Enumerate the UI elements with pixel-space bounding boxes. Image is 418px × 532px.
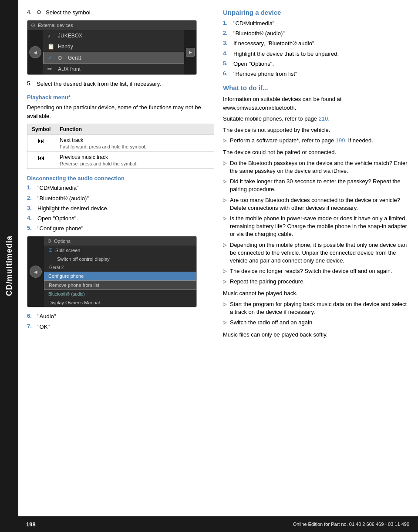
bullet1-prefix: Perform a software update*, refer to pag… xyxy=(230,137,336,144)
b2-arrow1: ▷ xyxy=(223,160,227,166)
screen-item-aux: ✏ AUX front xyxy=(43,64,184,74)
playback-table: Symbol Function ⏭ Next track Fast forwar… xyxy=(27,124,214,169)
aux-icon: ✏ xyxy=(47,66,54,72)
b2-arrow3: ▷ xyxy=(223,197,227,203)
table-col2: Function xyxy=(55,124,214,135)
bullets2-section: ▷ Do the Bluetooth passkeys on the devic… xyxy=(223,159,409,286)
prev-symbol: ⏮ xyxy=(27,152,55,169)
whatif-line2-link[interactable]: 210 xyxy=(319,115,328,122)
bullet3-item2: ▷ Switch the radio off and on again. xyxy=(223,319,409,327)
whatif-line4: The device could not be paired or connec… xyxy=(223,148,409,157)
unpair-step4: 4. Highlight the device that is to be un… xyxy=(223,50,409,58)
switch-off-label: Switch off control display xyxy=(57,256,110,262)
d-step5-num: 5. xyxy=(27,225,35,231)
music-line2: Music files can only be played back soft… xyxy=(223,330,409,339)
d-step2-num: 2. xyxy=(27,195,35,201)
d-step1-text: "CD/Multimedia" xyxy=(37,184,78,192)
step4-block: 4. ⊙ Select the symbol. xyxy=(27,9,214,17)
playback-desc: Depending on the particular device, some… xyxy=(27,103,214,120)
footer: 198 Online Edition for Part no. 01 40 2 … xyxy=(0,516,418,532)
next-function: Next track Fast forward: press and hold … xyxy=(55,135,214,152)
unpair-step1: 1. "CD/Multimedia" xyxy=(223,20,409,27)
bullet1-arrow1: ▷ xyxy=(223,138,227,143)
step5-block: 5. Select the desired track from the lis… xyxy=(27,80,214,88)
whatif-line2-suffix: . xyxy=(328,115,330,122)
b2-text5: Depending on the mobile phone, it is pos… xyxy=(230,241,409,265)
next-symbol: ⏭ xyxy=(27,135,55,152)
b3-text1: Start the program for playing back music… xyxy=(230,300,409,316)
disconnect-step1: 1. "CD/Multimedia" xyxy=(27,184,214,192)
screen-item-gerat[interactable]: ✓ ⊙ Gerät xyxy=(43,52,184,64)
split-screen-label: Split screen xyxy=(55,248,80,253)
options-header: ⊙ Options xyxy=(44,236,196,246)
table-row-next: ⏭ Next track Fast forward: press and hol… xyxy=(27,135,214,152)
gerat-check: ✓ xyxy=(48,55,54,61)
prev-function: Previous music track Reverse: press and … xyxy=(55,152,214,169)
options-right: ⊙ Options ☑ Split screen Switch off cont… xyxy=(44,236,196,307)
gerat-icon: ⊙ xyxy=(57,54,64,61)
bt-audio-label: Bluetooth® (audio) xyxy=(48,292,85,296)
screen1-nav-btn[interactable]: ◀ xyxy=(29,46,41,58)
options-configure-phone[interactable]: Configure phone xyxy=(44,272,196,280)
unpair-heading: Unpairing a device xyxy=(223,9,409,16)
u-step2-num: 2. xyxy=(223,30,231,36)
d-step3-num: 3. xyxy=(27,205,35,211)
disconnect-step2: 2. "Bluetooth® (audio)" xyxy=(27,195,214,202)
u-step5-num: 5. xyxy=(223,60,231,67)
screen1-header-text: External devices xyxy=(38,23,73,28)
step4-num: 4. xyxy=(27,9,34,15)
prev-sub: Reverse: press and hold the symbol. xyxy=(60,161,209,166)
screen-item-handy: 📋 Handy xyxy=(43,41,184,52)
options-split-screen[interactable]: ☑ Split screen xyxy=(44,246,196,255)
disconnect-step4: 4. Open "Options". xyxy=(27,215,214,222)
footer-info: Online Edition for Part no. 01 40 2 606 … xyxy=(293,522,409,527)
table-col1: Symbol xyxy=(27,124,55,135)
footer-page: 198 xyxy=(26,521,36,528)
d-step5-text: "Configure phone" xyxy=(37,225,83,232)
jukebox-icon: ♪ xyxy=(47,32,54,39)
unpair-step2: 2. "Bluetooth® (audio)" xyxy=(223,30,409,37)
disconnect-heading: Disconnecting the audio connection xyxy=(27,175,214,182)
bullet2-item6: ▷ The device no longer reacts? Switch th… xyxy=(223,267,409,275)
gerat2-label: Gerät 2 xyxy=(49,265,64,270)
sidebar-label: CD/multimedia xyxy=(5,236,14,296)
options-nav-btn[interactable]: ◀ xyxy=(30,266,42,278)
bullets1-section: ▷ Perform a software update*, refer to p… xyxy=(223,137,409,145)
step7-text: "OK" xyxy=(37,323,50,331)
bullet1-suffix: , if needed. xyxy=(345,137,373,144)
b3-arrow1: ▷ xyxy=(223,301,227,307)
options-header-text: Options xyxy=(54,239,71,244)
handy-icon: 📋 xyxy=(47,43,54,50)
unpair-steps: 1. "CD/Multimedia" 2. "Bluetooth® (audio… xyxy=(223,20,409,78)
screen1-body: ◀ ♪ JUKEBOX 📋 Handy ✓ ⊙ xyxy=(27,30,196,74)
bullet2-item2: ▷ Did it take longer than 30 seconds to … xyxy=(223,178,409,193)
bullet1-link[interactable]: 199 xyxy=(336,137,345,144)
table-row-prev: ⏮ Previous music track Reverse: press an… xyxy=(27,152,214,169)
b2-arrow2: ▷ xyxy=(223,178,227,184)
step4-icon: ⊙ xyxy=(37,9,41,15)
whatif-line2: Suitable mobile phones, refer to page 21… xyxy=(223,114,409,123)
next-sub: Fast forward: press and hold the symbol. xyxy=(60,144,209,149)
options-switch-off[interactable]: Switch off control display xyxy=(44,255,196,263)
playback-heading: Playback menu* xyxy=(27,94,214,101)
options-remove-phone[interactable]: Remove phone from list xyxy=(44,280,196,290)
whatif-line3: The device is not supported by the vehic… xyxy=(223,126,409,135)
screen1-side-btn[interactable]: ▶ xyxy=(186,48,195,57)
options-bt-audio: Bluetooth® (audio) xyxy=(44,290,196,298)
step7-num: 7. xyxy=(27,323,35,330)
b2-text2: Did it take longer than 30 seconds to en… xyxy=(230,178,409,193)
u-step4-text: Highlight the device that is to be unpai… xyxy=(233,50,339,58)
handy-label: Handy xyxy=(58,44,73,50)
unpair-step6: 6. "Remove phone from list" xyxy=(223,70,409,78)
aux-label: AUX front xyxy=(58,66,81,72)
b2-arrow5: ▷ xyxy=(223,242,227,248)
u-step2-text: "Bluetooth® (audio)" xyxy=(233,30,285,37)
options-screen: ◀ ⊙ Options ☑ Split screen Switch off co… xyxy=(27,236,197,307)
b2-text7: Repeat the pairing procedure. xyxy=(230,278,305,286)
options-owners-manual[interactable]: Display Owner's Manual xyxy=(44,298,196,307)
right-column: Unpairing a device 1. "CD/Multimedia" 2.… xyxy=(223,9,409,341)
b2-text4: Is the mobile phone in power-save mode o… xyxy=(230,215,409,239)
b2-arrow6: ▷ xyxy=(223,268,227,274)
disconnect-step3: 3. Highlight the desired device. xyxy=(27,205,214,212)
u-step1-text: "CD/Multimedia" xyxy=(233,20,274,27)
